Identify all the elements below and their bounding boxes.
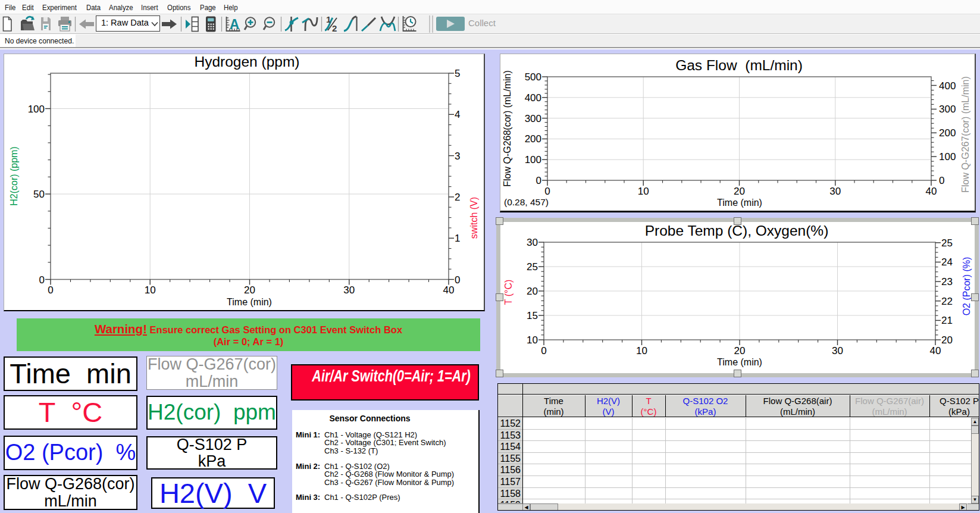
svg-text:0: 0 bbox=[544, 186, 550, 197]
svg-text:4: 4 bbox=[455, 109, 460, 120]
svg-text:0: 0 bbox=[48, 284, 53, 296]
svg-text:0: 0 bbox=[939, 175, 944, 186]
svg-text:20: 20 bbox=[244, 284, 255, 296]
svg-text:30: 30 bbox=[829, 186, 841, 197]
svg-text:10: 10 bbox=[638, 186, 649, 197]
svg-text:1: 1 bbox=[326, 14, 331, 24]
svg-text:0: 0 bbox=[39, 274, 45, 286]
svg-text:T (°C): T (°C) bbox=[503, 280, 514, 305]
svg-text:20: 20 bbox=[941, 334, 953, 346]
svg-text:20: 20 bbox=[527, 286, 538, 297]
svg-text:25: 25 bbox=[527, 261, 538, 273]
svg-text:500: 500 bbox=[525, 71, 541, 83]
svg-text:3: 3 bbox=[455, 151, 460, 162]
svg-text:100: 100 bbox=[525, 154, 541, 165]
svg-text:22: 22 bbox=[941, 296, 953, 307]
svg-text:Probe Temp (C), Oxygen(%): Probe Temp (C), Oxygen(%) bbox=[645, 223, 829, 239]
svg-text:0: 0 bbox=[455, 274, 460, 286]
svg-text:0: 0 bbox=[536, 175, 541, 186]
svg-text:Time (min): Time (min) bbox=[717, 198, 762, 208]
svg-text:switch (V): switch (V) bbox=[469, 197, 479, 239]
svg-text:Time (min): Time (min) bbox=[227, 297, 272, 307]
svg-text:15: 15 bbox=[527, 310, 538, 321]
svg-text:Gas Flow (mL/min): Gas Flow (mL/min) bbox=[675, 57, 803, 73]
svg-text:40: 40 bbox=[930, 345, 941, 356]
svg-text:300: 300 bbox=[939, 104, 956, 115]
svg-text:O2 (Pcor) (%): O2 (Pcor) (%) bbox=[962, 257, 972, 316]
svg-text:30: 30 bbox=[527, 237, 538, 248]
svg-text:400: 400 bbox=[939, 80, 956, 92]
svg-text:24: 24 bbox=[941, 256, 953, 268]
svg-text:10: 10 bbox=[636, 345, 647, 356]
svg-text:20: 20 bbox=[734, 345, 746, 356]
svg-text:50: 50 bbox=[33, 189, 45, 200]
svg-text:25: 25 bbox=[941, 237, 953, 249]
svg-text:21: 21 bbox=[941, 315, 953, 326]
svg-text:Flow Q-G268(cor) (mL/min): Flow Q-G268(cor) (mL/min) bbox=[502, 70, 512, 187]
svg-text:200: 200 bbox=[525, 133, 541, 145]
svg-text:A: A bbox=[230, 17, 240, 32]
svg-text:20: 20 bbox=[734, 186, 745, 197]
svg-text:200: 200 bbox=[939, 127, 956, 139]
svg-text:0: 0 bbox=[541, 345, 546, 356]
svg-text:100: 100 bbox=[28, 104, 45, 115]
svg-text:(0.28, 457): (0.28, 457) bbox=[504, 197, 549, 207]
svg-text:1: 1 bbox=[455, 233, 460, 244]
svg-text:Hydrogen (ppm): Hydrogen (ppm) bbox=[194, 54, 299, 70]
svg-text:10: 10 bbox=[527, 334, 538, 346]
svg-text:30: 30 bbox=[832, 345, 843, 356]
svg-text:40: 40 bbox=[926, 186, 937, 197]
svg-text:H2(cor) (ppm): H2(cor) (ppm) bbox=[9, 146, 19, 206]
svg-text:Flow Q-G267(cor) (mL/min): Flow Q-G267(cor) (mL/min) bbox=[960, 76, 970, 193]
svg-text:10: 10 bbox=[145, 284, 156, 296]
svg-text:Time (min): Time (min) bbox=[717, 357, 762, 367]
svg-text:300: 300 bbox=[525, 113, 541, 124]
svg-text:400: 400 bbox=[525, 92, 541, 104]
svg-text:2: 2 bbox=[455, 192, 460, 203]
svg-text:30: 30 bbox=[343, 284, 355, 296]
svg-text:2: 2 bbox=[332, 23, 337, 33]
svg-text:5: 5 bbox=[455, 68, 460, 79]
svg-text:23: 23 bbox=[941, 276, 953, 287]
svg-text:40: 40 bbox=[443, 284, 455, 296]
svg-text:100: 100 bbox=[939, 151, 956, 162]
